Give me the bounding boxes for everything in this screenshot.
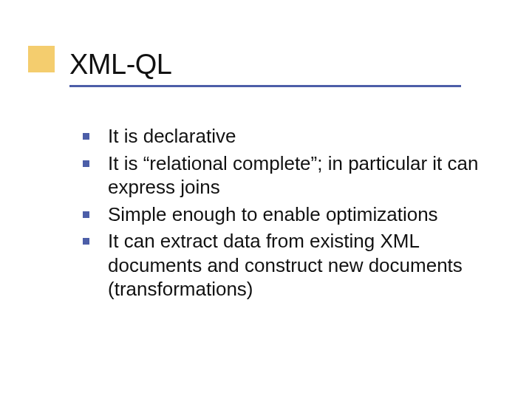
bullet-square-icon xyxy=(83,238,89,245)
bullet-text: Simple enough to enable optimizations xyxy=(108,203,438,225)
bullet-text: It can extract data from existing XML do… xyxy=(108,230,463,300)
title-accent-square xyxy=(28,46,55,72)
bullet-list: It is declarative It is “relational comp… xyxy=(83,124,502,301)
bullet-text: It is “relational complete”; in particul… xyxy=(108,152,478,199)
list-item: It is “relational complete”; in particul… xyxy=(83,151,502,200)
list-item: It is declarative xyxy=(83,124,502,149)
slide: XML-QL It is declarative It is “relation… xyxy=(0,0,532,399)
title-underline xyxy=(69,85,461,87)
list-item: Simple enough to enable optimizations xyxy=(83,202,502,227)
bullet-square-icon xyxy=(83,211,89,218)
slide-title: XML-QL xyxy=(69,49,461,81)
bullet-text: It is declarative xyxy=(108,125,236,147)
bullet-square-icon xyxy=(83,133,89,140)
slide-body: It is declarative It is “relational comp… xyxy=(83,124,502,304)
list-item: It can extract data from existing XML do… xyxy=(83,229,502,301)
title-block: XML-QL xyxy=(69,49,461,87)
bullet-square-icon xyxy=(83,160,89,167)
